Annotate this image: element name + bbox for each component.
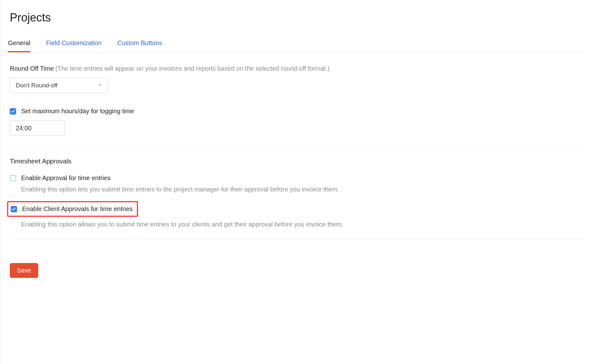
client-approval-highlight: Enable Client Approvals for time entries (7, 201, 138, 217)
enable-client-approval-desc: Enabling this option allows you to submi… (21, 220, 585, 229)
round-off-selected-value: Don't Round-off (16, 82, 57, 89)
enable-approval-checkbox[interactable] (10, 175, 16, 181)
timesheet-approvals-heading: Timesheet Approvals (10, 157, 585, 165)
round-off-select[interactable]: Don't Round-off (10, 78, 108, 93)
enable-approval-desc: Enabling this option lets you submit tim… (21, 185, 585, 194)
enable-approval-label: Enable Approval for time entries (21, 174, 111, 182)
tab-general[interactable]: General (8, 37, 30, 52)
max-hours-checkbox[interactable] (10, 108, 16, 114)
divider (10, 146, 585, 147)
save-button[interactable]: Save (10, 263, 38, 278)
divider-2 (10, 239, 585, 240)
round-off-hint: (The time entries will appear on your in… (55, 65, 330, 72)
round-off-label-text: Round Off Time (10, 65, 54, 72)
max-hours-input[interactable] (10, 120, 65, 136)
page-title: Projects (10, 11, 585, 24)
enable-client-approval-label: Enable Client Approvals for time entries (22, 205, 133, 213)
tab-custom-buttons[interactable]: Custom Buttons (117, 37, 162, 52)
round-off-label: Round Off Time (The time entries will ap… (10, 65, 585, 72)
tab-field-customization[interactable]: Field Customization (46, 37, 102, 52)
tabs: General Field Customization Custom Butto… (0, 37, 585, 52)
enable-client-approval-checkbox[interactable] (11, 206, 17, 212)
max-hours-label: Set maximum hours/day for logging time (21, 108, 134, 115)
